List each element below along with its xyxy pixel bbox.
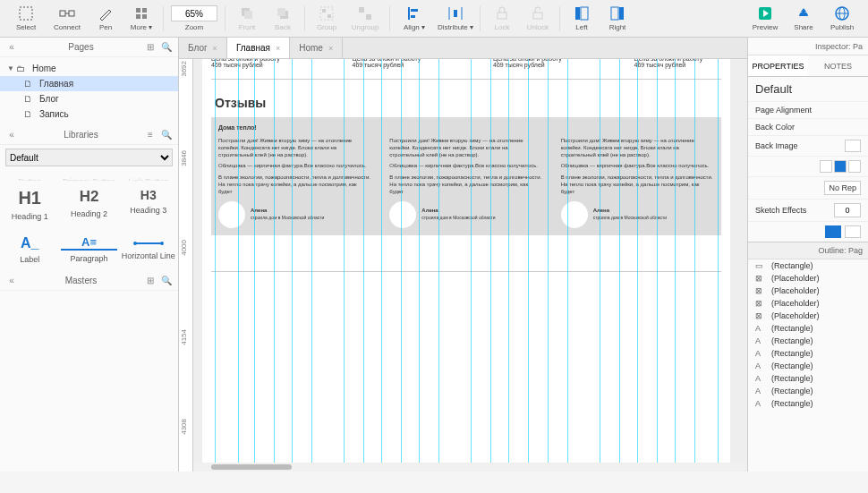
avatar-placeholder[interactable] xyxy=(389,201,416,228)
close-icon[interactable]: × xyxy=(213,44,217,53)
tab-item[interactable]: Home× xyxy=(290,38,343,58)
back-color-row[interactable]: Back Color xyxy=(748,118,868,135)
tree-folder-home[interactable]: ▼🗀Home xyxy=(0,61,178,76)
widget-h1[interactable]: H1Heading 1 xyxy=(0,181,59,228)
tree-page[interactable]: 🗋Блог xyxy=(0,91,178,106)
reviews-block[interactable]: Дома тепло! Построили дом! Живем вторую … xyxy=(211,117,721,235)
avatar-placeholder[interactable] xyxy=(218,201,245,228)
svg-rect-9 xyxy=(244,11,252,19)
align-tool[interactable]: Align ▾ xyxy=(394,1,435,37)
tab-item[interactable]: Главная× xyxy=(227,38,290,58)
right-panel-toggle[interactable]: Right xyxy=(600,1,635,37)
back-tool[interactable]: Back xyxy=(265,1,301,37)
outline-item[interactable]: ▭(Rectangle) xyxy=(748,259,868,272)
search-icon[interactable]: 🔍 xyxy=(160,275,173,287)
add-page-icon[interactable]: ⊞ xyxy=(144,41,157,54)
outline-item[interactable]: A(Rectangle) xyxy=(748,335,868,347)
left-sidebar: « Pages ⊞ 🔍 ▼🗀Home 🗋Главная 🗋Блог 🗋Запис… xyxy=(0,38,179,472)
widget-hline[interactable]: Horizontal Line xyxy=(119,228,178,271)
tab-properties[interactable]: PROPERTIES xyxy=(748,55,808,76)
group-tool[interactable]: Group xyxy=(309,1,345,37)
reviews-heading[interactable]: Отзывы xyxy=(202,87,730,115)
outline-item[interactable]: A(Rectangle) xyxy=(748,397,868,410)
svg-rect-13 xyxy=(322,9,326,13)
collapse-icon[interactable]: « xyxy=(5,41,18,54)
search-icon[interactable]: 🔍 xyxy=(160,129,173,141)
document-tabs: Блог× Главная× Home× xyxy=(179,38,747,59)
unlock-tool[interactable]: Unlock xyxy=(520,1,556,37)
outline-item[interactable]: A(Rectangle) xyxy=(748,347,868,360)
list-icon[interactable]: ≡ xyxy=(144,129,157,141)
tree-page[interactable]: 🗋Главная xyxy=(0,76,178,91)
tab-item[interactable]: Блог× xyxy=(179,38,227,58)
lock-tool[interactable]: Lock xyxy=(484,1,520,37)
svg-rect-22 xyxy=(454,10,457,17)
outline-item[interactable]: A(Rectangle) xyxy=(748,360,868,372)
widget-h2[interactable]: H2Heading 2 xyxy=(59,181,118,228)
widget-primary-button[interactable]: Primary Button xyxy=(59,170,118,181)
page-artboard[interactable]: Цена за блоки и работу469 тысяч рублей Ц… xyxy=(202,52,730,472)
front-tool[interactable]: Front xyxy=(229,1,265,37)
svg-rect-1 xyxy=(60,11,65,16)
connect-tool[interactable]: Connect xyxy=(47,1,88,37)
svg-rect-7 xyxy=(142,14,147,19)
outline-item[interactable]: ⊠(Placeholder) xyxy=(748,297,868,310)
close-icon[interactable]: × xyxy=(328,44,333,53)
outline-item[interactable]: A(Rectangle) xyxy=(748,385,868,397)
outline-item[interactable]: A(Rectangle) xyxy=(748,372,868,385)
zoom-input[interactable] xyxy=(171,5,217,21)
repeat-select[interactable]: No Rep xyxy=(824,181,861,195)
pen-tool[interactable]: Pen xyxy=(88,1,123,37)
svg-rect-2 xyxy=(69,11,74,16)
svg-rect-27 xyxy=(611,7,618,20)
ruler-vertical: 3692 3846 4000 4154 4308 xyxy=(179,52,193,472)
outline-item[interactable]: ⊠(Placeholder) xyxy=(748,285,868,297)
tree-page[interactable]: 🗋Запись xyxy=(0,106,178,122)
pages-tree: ▼🗀Home 🗋Главная 🗋Блог 🗋Запись xyxy=(0,57,178,125)
widget-link-button[interactable]: Link Button xyxy=(119,170,178,181)
search-icon[interactable]: 🔍 xyxy=(160,41,173,54)
more-tool[interactable]: More ▾ xyxy=(123,1,159,37)
svg-rect-25 xyxy=(575,7,580,20)
color-swatch[interactable] xyxy=(825,225,841,238)
close-icon[interactable]: × xyxy=(276,44,280,53)
sketch-effects-row[interactable]: Sketch Effects xyxy=(748,199,868,221)
back-image-row[interactable]: Back Image xyxy=(748,135,868,156)
widget-paragraph[interactable]: A≡Paragraph xyxy=(59,228,118,271)
publish-button[interactable]: Publish xyxy=(821,1,863,37)
outline-item[interactable]: ⊠(Placeholder) xyxy=(748,272,868,285)
share-button[interactable]: Share xyxy=(786,1,821,37)
outline-item[interactable]: A(Rectangle) xyxy=(748,322,868,335)
collapse-icon[interactable]: « xyxy=(5,275,18,287)
avatar-placeholder[interactable] xyxy=(561,201,588,228)
collapse-icon[interactable]: « xyxy=(5,129,18,141)
right-sidebar: Inspector: Pa PROPERTIES NOTES Default P… xyxy=(747,38,868,472)
select-tool[interactable]: Select xyxy=(5,1,47,37)
preview-button[interactable]: Preview xyxy=(745,1,786,37)
review-card[interactable]: Построили дом! Живем вторую зиму — на от… xyxy=(218,138,371,228)
svg-rect-26 xyxy=(581,7,588,20)
sketch-value-input[interactable] xyxy=(834,203,861,217)
horizontal-scrollbar[interactable] xyxy=(193,463,747,472)
widget-button[interactable]: Button xyxy=(0,170,59,181)
ungroup-tool[interactable]: Ungroup xyxy=(345,1,386,37)
distribute-tool[interactable]: Distribute ▾ xyxy=(435,1,476,37)
review-card[interactable]: Построили дом! Живем вторую зиму — на от… xyxy=(389,138,542,228)
library-select[interactable]: Default xyxy=(5,149,173,166)
widget-label[interactable]: A_Label xyxy=(0,228,59,271)
canvas-area: 308 462 615 769 923 3692 3846 4000 4154 … xyxy=(179,38,747,472)
tab-notes[interactable]: NOTES xyxy=(808,55,868,76)
left-panel-toggle[interactable]: Left xyxy=(564,1,600,37)
zoom-control[interactable]: Zoom xyxy=(171,5,217,31)
widget-h3[interactable]: H3Heading 3 xyxy=(119,181,178,228)
canvas[interactable]: Цена за блоки и работу469 тысяч рублей Ц… xyxy=(193,52,747,472)
page-alignment-row[interactable]: Page Alignment xyxy=(748,101,868,118)
svg-rect-23 xyxy=(498,13,506,19)
add-master-icon[interactable]: ⊞ xyxy=(144,275,157,287)
inspector-title: Default xyxy=(748,77,868,101)
outline-item[interactable]: ⊠(Placeholder) xyxy=(748,310,868,322)
libraries-panel-header: « Libraries ≡ 🔍 xyxy=(0,125,178,145)
color-swatch[interactable] xyxy=(845,225,861,238)
svg-rect-28 xyxy=(619,7,624,20)
align-buttons[interactable] xyxy=(820,160,861,173)
